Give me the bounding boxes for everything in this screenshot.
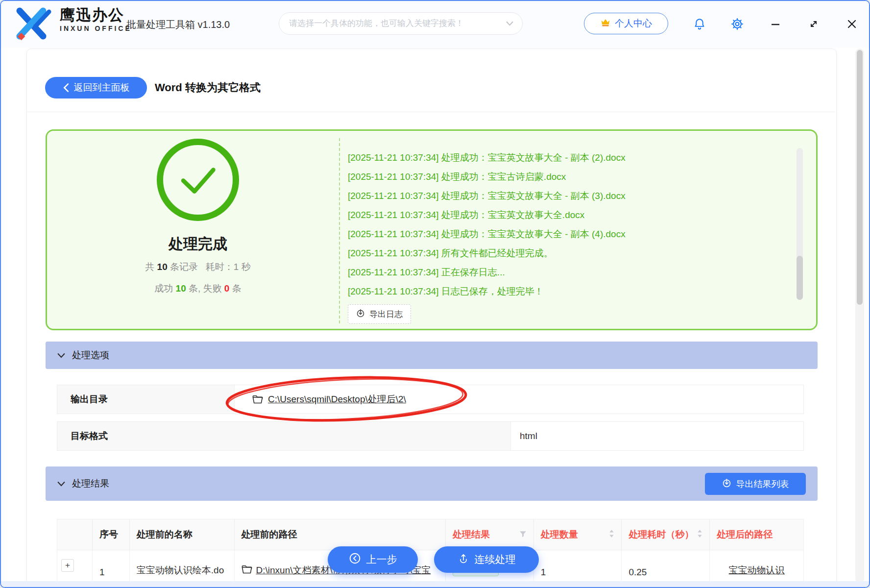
- log-line: [2025-11-21 10:37:34] 处理成功：宝宝英文故事大全 - 副本…: [348, 186, 779, 205]
- elapsed-label: 耗时：1 秒: [206, 262, 251, 272]
- download-icon: [722, 478, 731, 490]
- chevron-down-icon: [506, 19, 513, 28]
- minimize-button[interactable]: [769, 17, 782, 31]
- maximize-restore-button[interactable]: [807, 17, 821, 31]
- column-header-index: 序号: [93, 519, 130, 550]
- previous-step-button[interactable]: 上一步: [328, 546, 418, 573]
- output-dir-row: 输出目录 C:\Users\sqmil\Desktop\处理后\2\: [57, 385, 804, 414]
- chevron-down-icon: [57, 478, 65, 489]
- column-header-seconds[interactable]: 处理耗时（秒）: [622, 519, 710, 550]
- column-header-output-path: 处理后的路径: [710, 519, 803, 550]
- process-log-list: [2025-11-21 10:37:34] 处理成功：宝宝英文故事大全 - 副本…: [348, 148, 779, 301]
- brand-subtitle: INXUN OFFICE: [60, 25, 132, 32]
- target-format-label: 目标格式: [57, 422, 511, 450]
- log-scrollbar-thumb[interactable]: [797, 256, 803, 300]
- results-section-header[interactable]: 处理结果 导出结果列表: [46, 466, 818, 501]
- target-format-value: html: [520, 431, 537, 441]
- export-log-button[interactable]: 导出日志: [348, 304, 411, 324]
- log-line: [2025-11-21 10:37:34] 处理成功：宝宝古诗启蒙.docx: [348, 167, 779, 186]
- results-table-header: 序号 处理前的名称 处理前的路径 处理结果 处理数量 处理耗时（秒）: [57, 519, 803, 550]
- settings-gear-icon[interactable]: [730, 17, 744, 31]
- circle-back-icon: [349, 552, 361, 567]
- between-label: 条, 失败: [189, 283, 222, 294]
- filter-funnel-icon[interactable]: [519, 529, 527, 540]
- app-title: 批量处理工具箱 v1.13.0: [126, 18, 230, 31]
- column-header-result-label: 处理结果: [453, 528, 490, 541]
- chevron-down-icon: [57, 350, 65, 361]
- continue-icon: [458, 553, 469, 567]
- search-input[interactable]: [288, 18, 506, 29]
- user-center-button[interactable]: 个人中心: [584, 13, 668, 34]
- notifications-bell-icon[interactable]: [693, 17, 706, 31]
- column-header-name: 处理前的名称: [130, 519, 235, 550]
- total-count: 10: [157, 262, 168, 272]
- options-header-label: 处理选项: [72, 349, 109, 362]
- folder-icon: [242, 563, 252, 580]
- function-search-select[interactable]: [279, 12, 523, 35]
- results-header-label: 处理结果: [72, 477, 109, 490]
- success-check-icon: [157, 139, 239, 221]
- fail-count: 0: [224, 283, 230, 294]
- crown-icon: [600, 18, 611, 29]
- export-results-button[interactable]: 导出结果列表: [705, 473, 806, 495]
- download-icon: [356, 309, 365, 320]
- output-dir-value: C:\Users\sqmil\Desktop\处理后\2\: [268, 393, 406, 406]
- column-header-seconds-label: 处理耗时（秒）: [628, 528, 694, 541]
- top-bar: 鹰迅办公 INXUN OFFICE 批量处理工具箱 v1.13.0 个人中心: [1, 1, 869, 48]
- expand-column-header: [57, 519, 93, 550]
- log-line: [2025-11-21 10:37:34] 正在保存日志...: [348, 263, 779, 282]
- export-log-label: 导出日志: [369, 309, 403, 320]
- output-dir-link[interactable]: C:\Users\sqmil\Desktop\处理后\2\: [252, 393, 406, 406]
- column-header-count[interactable]: 处理数量: [534, 519, 622, 550]
- page-title: Word 转换为其它格式: [155, 80, 261, 95]
- log-line: [2025-11-21 10:37:34] 处理成功：宝宝英文故事大全.docx: [348, 205, 779, 224]
- unit-label: 条: [232, 283, 242, 294]
- success-count: 10: [176, 283, 186, 294]
- results-table: 序号 处理前的名称 处理前的路径 处理结果 处理数量 处理耗时（秒）: [57, 519, 804, 588]
- records-stat-line: 共 10 条记录 耗时：1 秒: [110, 261, 286, 273]
- continue-process-button[interactable]: 连续处理: [434, 546, 539, 573]
- log-line: [2025-11-21 10:37:34] 日志已保存，处理完毕！: [348, 282, 779, 301]
- log-divider: [339, 138, 340, 323]
- brand-name: 鹰迅办公: [60, 7, 132, 23]
- total-label: 共: [145, 262, 154, 272]
- total-unit: 条记录: [170, 262, 198, 272]
- close-button[interactable]: [845, 17, 859, 31]
- main-scrollbar-thumb[interactable]: [857, 50, 863, 305]
- output-dir-label: 输出目录: [57, 385, 235, 414]
- previous-step-label: 上一步: [366, 553, 397, 566]
- success-label: 成功: [154, 283, 173, 294]
- column-header-path: 处理前的路径: [235, 519, 446, 550]
- success-fail-stat-line: 成功 10 条, 失败 0 条: [110, 282, 286, 295]
- user-center-label: 个人中心: [615, 17, 652, 30]
- sort-carets-icon[interactable]: [609, 529, 614, 540]
- column-header-count-label: 处理数量: [541, 528, 578, 541]
- sort-carets-icon[interactable]: [697, 529, 702, 540]
- export-results-label: 导出结果列表: [736, 478, 789, 490]
- header-divider: [27, 112, 835, 112]
- folder-icon: [252, 395, 263, 404]
- target-format-row: 目标格式 html: [57, 421, 804, 451]
- options-section-header[interactable]: 处理选项: [46, 342, 818, 369]
- app-window: 鹰迅办公 INXUN OFFICE 批量处理工具箱 v1.13.0 个人中心: [0, 0, 870, 588]
- log-line: [2025-11-21 10:37:34] 所有文件都已经处理完成。: [348, 244, 779, 263]
- back-to-dashboard-button[interactable]: 返回到主面板: [45, 77, 147, 98]
- app-logo-icon: [13, 7, 52, 43]
- continue-process-label: 连续处理: [475, 553, 516, 566]
- window-bottom-edge: [1, 581, 869, 587]
- brand-block: 鹰迅办公 INXUN OFFICE: [60, 7, 132, 32]
- log-line: [2025-11-21 10:37:34] 处理成功：宝宝英文故事大全 - 副本…: [348, 148, 779, 167]
- back-button-label: 返回到主面板: [74, 81, 130, 94]
- status-title: 处理完成: [124, 234, 271, 254]
- log-line: [2025-11-21 10:37:34] 处理成功：宝宝英文故事大全 - 副本…: [348, 224, 779, 244]
- column-header-result[interactable]: 处理结果: [446, 519, 534, 550]
- row-expand-button[interactable]: +: [61, 559, 74, 572]
